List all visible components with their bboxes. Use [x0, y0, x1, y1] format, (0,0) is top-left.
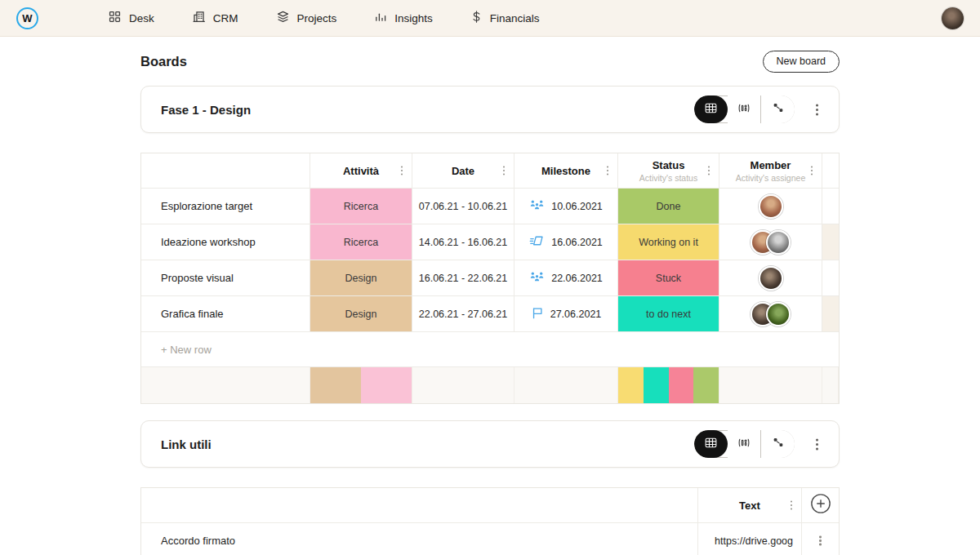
table-view-button[interactable]	[694, 430, 728, 458]
member-cell[interactable]	[719, 189, 822, 224]
table-header-row: Attività Date Milestone Status Activity'…	[141, 153, 839, 189]
nav-item-label: Insights	[394, 12, 433, 24]
summary-status-cell	[618, 367, 719, 403]
team-icon	[529, 270, 545, 286]
flag-icon	[531, 306, 544, 322]
member-cell[interactable]	[719, 260, 822, 295]
link-name-cell[interactable]: Accordo firmato	[141, 523, 698, 555]
top-navigation: W Desk CRM Projects Insights Financials	[0, 0, 980, 37]
task-name-cell[interactable]: Esplorazione target	[141, 189, 310, 224]
column-menu-kebab-icon[interactable]	[498, 162, 510, 180]
activity-cell[interactable]: Ricerca	[310, 189, 412, 224]
app-logo-letter: W	[22, 12, 32, 24]
task-name-cell[interactable]: Ideazione workshop	[141, 224, 310, 260]
nav-item-insights[interactable]: Insights	[374, 10, 433, 26]
link-url-cell[interactable]: https://drive.goog	[698, 523, 802, 555]
summary-row	[141, 367, 839, 403]
nav-item-crm[interactable]: CRM	[192, 10, 238, 27]
member-avatar	[766, 302, 791, 326]
kanban-view-button[interactable]	[728, 95, 761, 123]
board-controls	[694, 95, 822, 123]
nav-item-label: CRM	[213, 12, 238, 24]
overflow-cell	[822, 260, 839, 295]
column-title: Milestone	[541, 165, 590, 177]
member-avatar	[759, 194, 783, 219]
milestone-cell[interactable]: 16.06.2021	[514, 224, 618, 260]
row-menu-kebab-icon[interactable]	[815, 532, 826, 550]
board-menu-kebab-icon[interactable]	[811, 100, 822, 118]
summary-design-block	[310, 367, 361, 403]
main-content: Boards New board Fase 1 - Design	[140, 50, 840, 555]
member-cell[interactable]	[719, 224, 822, 260]
kanban-view-icon	[737, 102, 751, 118]
column-menu-kebab-icon[interactable]	[396, 162, 408, 180]
summary-todo-block	[644, 367, 669, 403]
nav-item-projects[interactable]: Projects	[276, 10, 337, 27]
workflow-view-button[interactable]	[761, 430, 795, 458]
board-controls	[694, 430, 822, 458]
workshop-notes-icon	[529, 234, 545, 250]
summary-member-cell	[719, 367, 822, 403]
view-toggle	[694, 430, 795, 458]
column-menu-kebab-icon[interactable]	[602, 162, 613, 180]
board-card-fase1: Fase 1 - Design	[140, 86, 840, 133]
task-name-cell[interactable]: Grafica finale	[141, 296, 310, 331]
kanban-view-button[interactable]	[728, 430, 761, 458]
workflow-view-icon	[773, 437, 784, 451]
activity-cell[interactable]: Ricerca	[310, 224, 412, 260]
milestone-date: 16.06.2021	[551, 237, 603, 248]
header-cell-date: Date	[412, 153, 514, 188]
date-cell[interactable]: 14.06.21 - 16.06.21	[412, 224, 514, 260]
column-title: Date	[452, 165, 474, 177]
board-table-fase1: Attività Date Milestone Status Activity'…	[140, 153, 840, 404]
new-row: + New row	[141, 332, 839, 367]
workflow-view-icon	[773, 102, 784, 117]
activity-cell[interactable]: Design	[310, 296, 412, 331]
user-avatar[interactable]	[942, 7, 964, 29]
board-menu-kebab-icon[interactable]	[811, 435, 822, 453]
app-logo[interactable]: W	[16, 7, 38, 29]
add-column-button[interactable]	[802, 488, 839, 522]
date-cell[interactable]: 07.06.21 - 10.06.21	[412, 189, 514, 224]
add-new-row-button[interactable]: + New row	[141, 332, 839, 366]
nav-items: Desk CRM Projects Insights Financials	[108, 10, 540, 27]
date-cell[interactable]: 16.06.21 - 22.06.21	[412, 260, 514, 295]
building-icon	[192, 10, 206, 27]
task-name-cell[interactable]: Proposte visual	[141, 260, 310, 295]
workflow-view-button[interactable]	[761, 95, 795, 123]
table-view-button[interactable]	[694, 95, 728, 123]
milestone-cell[interactable]: 10.06.2021	[514, 189, 618, 224]
summary-milestone-cell	[514, 367, 618, 403]
table-row: Grafica finale Design 22.06.21 - 27.06.2…	[141, 296, 839, 332]
member-avatar	[766, 230, 791, 255]
page-head: Boards New board	[140, 50, 840, 73]
column-menu-kebab-icon[interactable]	[703, 162, 715, 180]
page-title: Boards	[140, 54, 187, 69]
milestone-date: 22.06.2021	[551, 273, 603, 284]
kanban-view-icon	[737, 437, 751, 452]
status-cell[interactable]: to do next	[618, 296, 719, 331]
status-cell[interactable]: Working on it	[618, 224, 719, 260]
nav-item-desk[interactable]: Desk	[108, 10, 154, 27]
plus-circle-icon	[810, 493, 831, 517]
milestone-date: 27.06.2021	[550, 309, 602, 320]
summary-activity-cell	[310, 367, 412, 403]
header-cell-text: Text	[698, 488, 802, 522]
nav-item-financials[interactable]: Financials	[470, 10, 540, 27]
status-cell[interactable]: Stuck	[618, 260, 719, 295]
column-menu-kebab-icon[interactable]	[806, 162, 817, 180]
status-cell[interactable]: Done	[618, 189, 719, 224]
milestone-cell[interactable]: 22.06.2021	[514, 260, 618, 295]
table-header-row: Text	[141, 488, 839, 523]
bar-chart-icon	[374, 10, 387, 26]
milestone-cell[interactable]: 27.06.2021	[514, 296, 618, 331]
column-menu-kebab-icon[interactable]	[786, 496, 797, 514]
new-board-button[interactable]: New board	[763, 51, 840, 73]
activity-cell[interactable]: Design	[310, 260, 412, 295]
header-cell-empty	[141, 153, 310, 188]
header-cell-overflow	[822, 153, 839, 188]
board-card-link-utili: Link utili	[140, 420, 840, 468]
member-cell[interactable]	[719, 296, 822, 331]
date-cell[interactable]: 22.06.21 - 27.06.21	[412, 296, 514, 331]
summary-empty-cell	[141, 367, 310, 403]
